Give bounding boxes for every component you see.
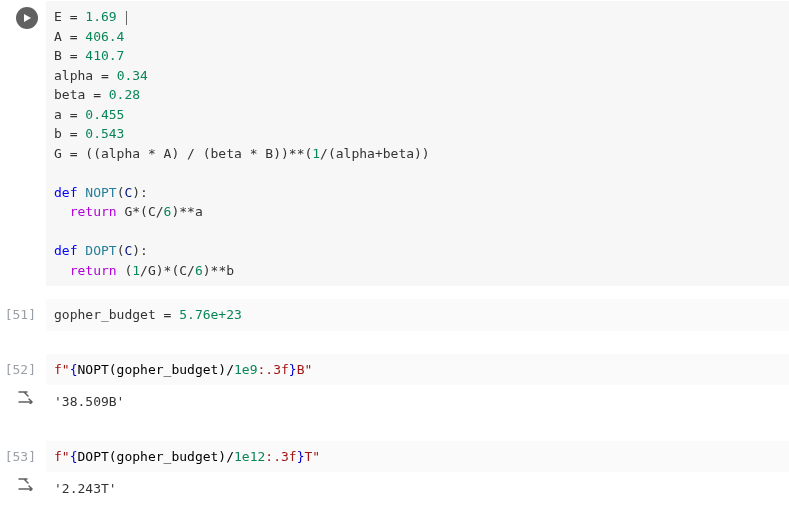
string-close: " [304,362,312,377]
string-close: " [312,449,320,464]
keyword-return: return [70,204,117,219]
keyword-def: def [54,185,77,200]
output-row: '2.243T' [0,472,789,505]
code-cell: E = 1.69 A = 406.4 B = 410.7 alpha = 0.3… [0,0,789,286]
run-cell-button[interactable] [16,7,38,29]
code-editor[interactable]: f"{NOPT(gopher_budget)/1e9:.3f}B" [46,354,789,386]
code-cell: [52] f"{NOPT(gopher_budget)/1e9:.3f}B" [0,353,789,386]
code-editor[interactable]: gopher_budget = 5.76e+23 [46,299,789,331]
cell-output: '38.509B' [46,386,789,418]
string-open: f" [54,362,70,377]
cell-prompt: [51] [0,299,46,331]
function-name: DOPT [85,243,116,258]
number-literal: 0.543 [85,126,124,141]
number-literal: 406.4 [85,29,124,44]
output-gutter [0,473,46,505]
cell-prompt: [52] [0,354,46,386]
number-literal: 0.28 [109,87,140,102]
code-text: E = [54,9,85,24]
output-gutter [0,386,46,418]
cell-prompt: [53] [0,441,46,473]
text-cursor [126,11,127,25]
output-icon [18,477,36,491]
code-cell: [51] gopher_budget = 5.76e+23 [0,298,789,331]
number-literal: 5.76e+23 [179,307,242,322]
keyword-return: return [70,263,117,278]
play-icon [22,13,32,23]
code-editor[interactable]: f"{DOPT(gopher_budget)/1e12:.3f}T" [46,441,789,473]
output-icon [18,390,36,404]
cell-output: '2.243T' [46,473,789,505]
cell-gutter [0,1,46,286]
output-row: '38.509B' [0,385,789,418]
keyword-def: def [54,243,77,258]
code-text: a = [54,107,85,122]
code-text: alpha = [54,68,117,83]
number-literal: 0.34 [117,68,148,83]
function-name: NOPT [85,185,116,200]
code-text: beta = [54,87,109,102]
code-text: /(alpha+beta)) [320,146,430,161]
number-literal: 1.69 [85,9,116,24]
code-text: gopher_budget = [54,307,179,322]
code-editor[interactable]: E = 1.69 A = 406.4 B = 410.7 alpha = 0.3… [46,1,789,286]
code-text: B = [54,48,85,63]
string-open: f" [54,449,70,464]
number-literal: 1 [312,146,320,161]
code-text: b = [54,126,85,141]
code-cell: [53] f"{DOPT(gopher_budget)/1e12:.3f}T" [0,440,789,473]
code-text: A = [54,29,85,44]
number-literal: 0.455 [85,107,124,122]
number-literal: 410.7 [85,48,124,63]
code-text: G = ((alpha * A) / (beta * B))**( [54,146,312,161]
